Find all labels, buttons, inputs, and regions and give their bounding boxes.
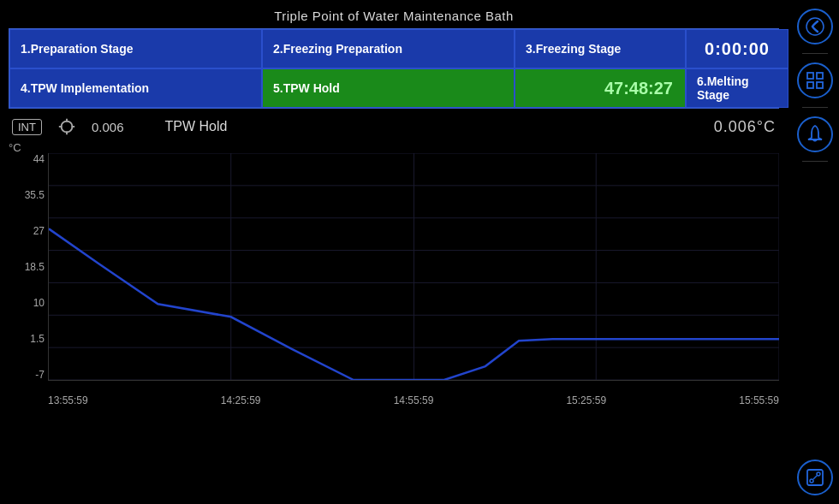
y-label-1: 35.5: [25, 189, 45, 201]
app: Triple Point of Water Maintenance Bath 1…: [0, 0, 839, 504]
status-bar: INT 0.006 TPW Hold 0.006°C: [0, 112, 788, 141]
chart-svg: [49, 153, 779, 380]
y-label-6: -7: [35, 369, 45, 381]
current-stage-label: TPW Hold: [165, 119, 699, 134]
crosshair-value: 0.006: [92, 120, 124, 134]
x-label-1: 14:25:59: [221, 394, 261, 406]
grid-button[interactable]: [797, 62, 833, 98]
crosshair-icon: [57, 117, 76, 136]
divider3: [802, 161, 828, 162]
y-label-2: 27: [33, 225, 45, 237]
x-axis-labels: 13:55:59 14:25:59 14:55:59 15:25:59 15:5…: [48, 394, 779, 406]
y-label-3: 18.5: [25, 261, 45, 273]
stage-4[interactable]: 4.TPW Implementation: [9, 68, 262, 108]
x-label-2: 14:55:59: [394, 394, 434, 406]
chart-y-unit: °C: [9, 141, 21, 154]
stage-5[interactable]: 5.TPW Hold: [262, 68, 515, 108]
svg-rect-3: [807, 82, 813, 88]
chart-button[interactable]: [797, 460, 833, 495]
svg-rect-2: [817, 73, 823, 79]
divider1: [802, 53, 828, 54]
x-label-0: 13:55:59: [48, 394, 88, 406]
stage-2[interactable]: 2.Freezing Preparation: [262, 29, 515, 68]
page-title: Triple Point of Water Maintenance Bath: [0, 0, 788, 28]
timer-2: 47:48:27: [515, 68, 686, 108]
bell-button[interactable]: [797, 116, 833, 152]
chart-container: °C 44 35.5 27 18.5 10 1.5 -7: [9, 141, 779, 406]
y-label-5: 1.5: [30, 333, 45, 345]
svg-rect-4: [817, 82, 823, 88]
svg-rect-1: [807, 73, 813, 79]
back-button[interactable]: [797, 9, 833, 44]
stage-1[interactable]: 1.Preparation Stage: [9, 29, 262, 68]
y-label-4: 10: [33, 297, 45, 309]
stage-6[interactable]: 6.Melting Stage: [686, 68, 788, 108]
svg-point-0: [806, 18, 824, 35]
svg-point-7: [817, 472, 820, 476]
divider2: [802, 107, 828, 108]
chart-area: [48, 153, 779, 381]
timer-1: 0:00:00: [686, 29, 788, 68]
y-label-0: 44: [33, 153, 45, 165]
x-label-4: 15:55:59: [739, 394, 779, 406]
int-badge: INT: [12, 119, 42, 135]
svg-point-6: [810, 479, 813, 483]
current-temperature: 0.006°C: [714, 118, 776, 136]
y-axis-labels: 44 35.5 27 18.5 10 1.5 -7: [9, 153, 48, 381]
svg-point-8: [62, 122, 73, 133]
main-content: Triple Point of Water Maintenance Bath 1…: [0, 0, 788, 406]
stage-grid: 1.Preparation Stage 2.Freezing Preparati…: [9, 28, 779, 109]
sidebar: [791, 0, 839, 504]
stage-3[interactable]: 3.Freezing Stage: [515, 29, 686, 68]
x-label-3: 15:25:59: [566, 394, 606, 406]
